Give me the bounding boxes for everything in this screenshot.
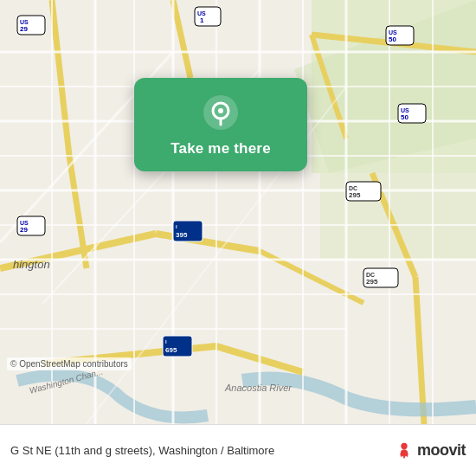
svg-point-72 <box>401 442 407 448</box>
bottom-bar: G St NE (11th and g streets), Washington… <box>0 424 476 476</box>
take-me-there-button[interactable]: Take me there <box>134 78 307 171</box>
svg-text:50: 50 <box>401 113 408 121</box>
svg-text:695: 695 <box>165 346 177 354</box>
svg-point-70 <box>218 108 223 113</box>
svg-text:295: 295 <box>349 191 361 199</box>
svg-text:US: US <box>20 19 29 25</box>
svg-text:DC: DC <box>366 272 375 278</box>
svg-text:50: 50 <box>389 35 396 43</box>
moovit-logo: moovit <box>395 441 466 460</box>
take-me-there-label: Take me there <box>170 140 271 158</box>
svg-text:29: 29 <box>20 226 28 234</box>
svg-text:DC: DC <box>349 185 357 191</box>
map-container: US 29 US 29 US 1 US 50 US 50 I 395 I 695… <box>0 0 476 424</box>
svg-text:1: 1 <box>200 16 204 24</box>
svg-text:US: US <box>389 29 397 35</box>
location-pin-icon <box>202 93 240 132</box>
location-text: G St NE (11th and g streets), Washington… <box>10 444 395 457</box>
moovit-text: moovit <box>417 441 466 460</box>
svg-text:US: US <box>197 10 206 16</box>
svg-text:US: US <box>401 107 409 113</box>
svg-text:295: 295 <box>366 278 378 286</box>
svg-text:395: 395 <box>176 231 188 239</box>
moovit-icon <box>395 441 414 460</box>
svg-text:hington: hington <box>13 258 50 271</box>
svg-text:Anacostia River: Anacostia River <box>224 383 293 393</box>
map-attribution: © OpenStreetMap contributors <box>7 357 132 370</box>
svg-text:US: US <box>20 220 29 226</box>
svg-text:29: 29 <box>20 25 28 33</box>
